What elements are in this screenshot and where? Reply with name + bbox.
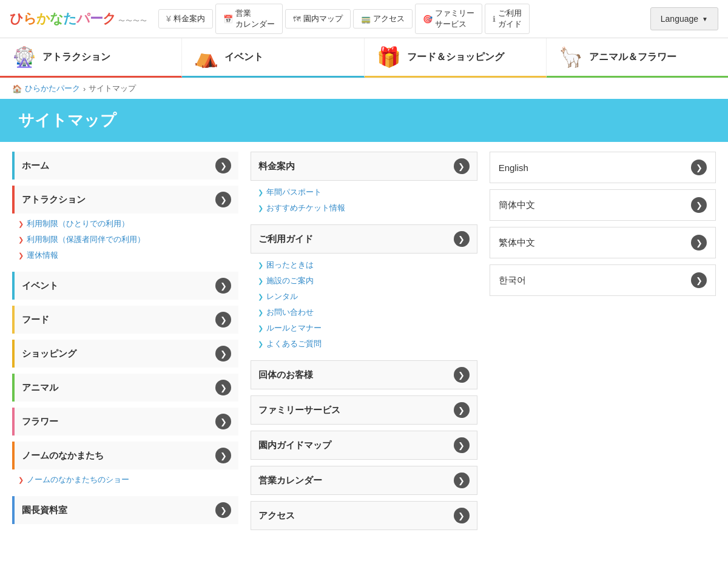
events-arrow-icon: ❯ bbox=[215, 278, 231, 294]
attraction-sub-link-1[interactable]: 利用制限（ひとりでの利用） bbox=[27, 218, 129, 229]
left-column: ホーム ❯ アトラクション ❯ ❯ 利用制限（ひとりでの利用） ❯ bbox=[12, 152, 238, 530]
section-home: ホーム ❯ bbox=[12, 152, 238, 180]
map-label: 園内マップ bbox=[303, 13, 343, 24]
section-director-header[interactable]: 園長資料室 ❯ bbox=[12, 496, 238, 524]
attractions-sub-list: ❯ 利用制限（ひとりでの利用） ❯ 利用制限（保護者同伴での利用） ❯ 運休情報 bbox=[12, 214, 238, 266]
page-title-banner: サイトマップ bbox=[0, 99, 728, 142]
guide-sub-link-6[interactable]: よくあるご質問 bbox=[266, 338, 322, 349]
right-column: English ❯ 簡体中文 ❯ 繁体中文 ❯ 한국어 ❯ bbox=[490, 152, 716, 302]
section-animal-header[interactable]: アニマル ❯ bbox=[12, 374, 238, 402]
language-label: Language bbox=[661, 14, 698, 24]
content: ホーム ❯ アトラクション ❯ ❯ 利用制限（ひとりでの利用） ❯ bbox=[0, 152, 728, 560]
guide-sub-link-5[interactable]: ルールとマナー bbox=[266, 323, 322, 334]
section-group-header[interactable]: 回体のお客様 ❯ bbox=[251, 360, 477, 389]
nav-access[interactable]: 🚃 アクセス bbox=[353, 9, 413, 29]
family-mid-arrow-icon: ❯ bbox=[454, 402, 470, 418]
language-button[interactable]: Language ▼ bbox=[650, 7, 718, 30]
page-title: サイトマップ bbox=[18, 110, 710, 131]
flower-arrow-icon: ❯ bbox=[215, 414, 231, 429]
nav-calendar[interactable]: 📅 営業カレンダー bbox=[215, 4, 283, 34]
home-arrow-icon: ❯ bbox=[215, 158, 231, 173]
lang-item-simplified[interactable]: 簡体中文 ❯ bbox=[490, 189, 716, 221]
lang-simplified-label: 簡体中文 bbox=[499, 200, 535, 211]
section-flower: フラワー ❯ bbox=[12, 408, 238, 435]
tent-icon: ⛺ bbox=[194, 45, 218, 69]
section-flower-header[interactable]: フラワー ❯ bbox=[12, 408, 238, 435]
section-price-mid-header[interactable]: 料金案内 ❯ bbox=[251, 152, 477, 181]
nav-food[interactable]: 🎁 フード＆ショッピング bbox=[365, 38, 547, 78]
guide-sub-link-2[interactable]: 施設のご案内 bbox=[266, 275, 314, 286]
breadcrumb-separator: › bbox=[83, 84, 86, 93]
section-director: 園長資料室 ❯ bbox=[12, 496, 238, 524]
sub-arrow-icon: ❯ bbox=[18, 236, 24, 244]
info-icon: ℹ bbox=[493, 15, 496, 24]
section-attractions: アトラクション ❯ ❯ 利用制限（ひとりでの利用） ❯ 利用制限（保護者同伴での… bbox=[12, 186, 238, 266]
guidemap-arrow-icon: ❯ bbox=[454, 437, 470, 453]
group-arrow-icon: ❯ bbox=[454, 367, 470, 383]
section-guide-mid-header[interactable]: ご利用ガイド ❯ bbox=[251, 224, 477, 254]
section-access-mid-label: アクセス bbox=[258, 510, 295, 522]
sub-arrow-icon: ❯ bbox=[258, 324, 263, 332]
list-item: ❯ 年間パスポート bbox=[257, 184, 477, 200]
lang-item-traditional[interactable]: 繁体中文 ❯ bbox=[490, 227, 716, 258]
price-mid-arrow-icon: ❯ bbox=[454, 158, 470, 174]
section-group: 回体のお客様 ❯ bbox=[251, 360, 477, 389]
section-gnome-label: ノームのなかまたち bbox=[22, 450, 104, 462]
family-icon: 🎯 bbox=[423, 15, 433, 24]
list-item: ❯ ルールとマナー bbox=[257, 320, 477, 336]
lang-item-korean[interactable]: 한국어 ❯ bbox=[490, 264, 716, 296]
sub-arrow-icon: ❯ bbox=[258, 309, 263, 317]
section-events: イベント ❯ bbox=[12, 272, 238, 300]
nav-attractions[interactable]: 🎡 アトラクション bbox=[0, 38, 182, 78]
guide-sub-link-1[interactable]: 困ったときは bbox=[266, 260, 314, 271]
korean-arrow-icon: ❯ bbox=[691, 272, 707, 288]
access-label: アクセス bbox=[373, 13, 405, 24]
breadcrumb-home-link[interactable]: ひらかたパーク bbox=[25, 83, 80, 94]
section-gnome-header[interactable]: ノームのなかまたち ❯ bbox=[12, 442, 238, 469]
breadcrumb: 🏠 ひらかたパーク › サイトマップ bbox=[0, 78, 728, 99]
section-animal: アニマル ❯ bbox=[12, 374, 238, 402]
animal-label: アニマル＆フラワー bbox=[589, 51, 676, 64]
nav-events[interactable]: ⛺ イベント bbox=[182, 38, 364, 78]
price-sub-link-2[interactable]: おすすめチケット情報 bbox=[266, 203, 345, 214]
lang-traditional-label: 繁体中文 bbox=[499, 237, 535, 249]
calendar-icon: 📅 bbox=[223, 15, 233, 24]
price-sub-link-1[interactable]: 年間パスポート bbox=[266, 187, 322, 198]
section-animal-label: アニマル bbox=[22, 382, 58, 394]
section-food-header[interactable]: フード ❯ bbox=[12, 306, 238, 334]
section-gnome: ノームのなかまたち ❯ ❯ ノームのなかまたちのショー bbox=[12, 442, 238, 490]
ferris-wheel-icon: 🎡 bbox=[12, 45, 36, 69]
section-calendar-mid-header[interactable]: 営業カレンダー ❯ bbox=[251, 466, 477, 495]
logo[interactable]: ひらかなたパーク 〜〜〜〜 bbox=[10, 12, 147, 27]
llama-icon: 🦙 bbox=[559, 45, 583, 69]
sub-arrow-icon: ❯ bbox=[258, 204, 263, 212]
lang-item-english[interactable]: English ❯ bbox=[490, 152, 716, 183]
nav-map[interactable]: 🗺 園内マップ bbox=[285, 9, 351, 29]
price-mid-sub-list: ❯ 年間パスポート ❯ おすすめチケット情報 bbox=[251, 181, 477, 218]
section-access-mid-header[interactable]: アクセス ❯ bbox=[251, 501, 477, 530]
section-shopping-header[interactable]: ショッピング ❯ bbox=[12, 340, 238, 368]
section-guidemap-header[interactable]: 園内ガイドマップ ❯ bbox=[251, 431, 477, 460]
attraction-sub-link-2[interactable]: 利用制限（保護者同伴での利用） bbox=[27, 234, 145, 245]
gnome-sub-link-1[interactable]: ノームのなかまたちのショー bbox=[27, 474, 129, 485]
list-item: ❯ レンタル bbox=[257, 289, 477, 304]
section-events-header[interactable]: イベント ❯ bbox=[12, 272, 238, 300]
lang-korean-label: 한국어 bbox=[499, 275, 526, 286]
guide-sub-link-3[interactable]: レンタル bbox=[266, 291, 298, 302]
guide-sub-link-4[interactable]: お問い合わせ bbox=[266, 307, 314, 318]
nav-family[interactable]: 🎯 ファミリーサービス bbox=[415, 4, 482, 34]
guide-mid-arrow-icon: ❯ bbox=[454, 231, 470, 247]
nav-animal[interactable]: 🦙 アニマル＆フラワー bbox=[547, 38, 728, 78]
section-family-mid-header[interactable]: ファミリーサービス ❯ bbox=[251, 395, 477, 425]
director-arrow-icon: ❯ bbox=[215, 502, 231, 518]
attraction-sub-link-3[interactable]: 運休情報 bbox=[27, 250, 58, 261]
list-item: ❯ よくあるご質問 bbox=[257, 336, 477, 352]
home-icon: 🏠 bbox=[12, 84, 22, 93]
nav-price[interactable]: ¥ 料金案内 bbox=[158, 9, 213, 29]
section-home-header[interactable]: ホーム ❯ bbox=[12, 152, 238, 180]
header: ひらかなたパーク 〜〜〜〜 ¥ 料金案内 📅 営業カレンダー 🗺 園内マップ 🚃… bbox=[0, 0, 728, 38]
section-attractions-header[interactable]: アトラクション ❯ bbox=[12, 186, 238, 214]
section-home-label: ホーム bbox=[22, 160, 49, 172]
section-calendar-mid: 営業カレンダー ❯ bbox=[251, 466, 477, 495]
nav-guide[interactable]: ℹ ご利用ガイド bbox=[485, 4, 530, 34]
